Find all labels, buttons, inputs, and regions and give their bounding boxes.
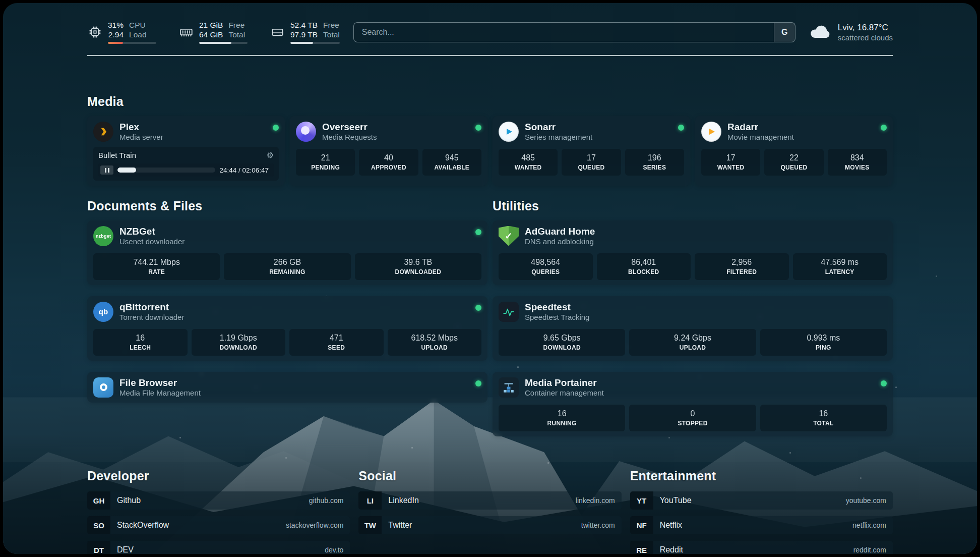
service-card-overseerr[interactable]: Overseerr Media Requests 21 PENDING 40 A… — [290, 116, 487, 186]
stat-approved: 40 APPROVED — [359, 149, 418, 176]
disk-bar-fill — [290, 42, 313, 44]
stat-total: 16 TOTAL — [760, 405, 887, 431]
disk-widget: 52.4 TB 97.9 TB Free Total — [270, 20, 340, 44]
status-dot — [678, 125, 684, 131]
stat-upload: 618.52 Mbps UPLOAD — [388, 329, 482, 356]
bookmark-url: dev.to — [325, 546, 350, 554]
bookmark-abbr: TW — [358, 516, 382, 534]
memory-widget: 21 GiB 64 GiB Free Total — [178, 20, 248, 44]
service-name: Media Portainer — [525, 377, 875, 388]
overseerr-icon — [296, 122, 316, 142]
playback-progress-bar[interactable] — [117, 168, 215, 173]
stat-filtered: 2,956 FILTERED — [695, 253, 789, 280]
service-card-adguard[interactable]: ✓ AdGuard Home DNS and adblocking 498,56… — [493, 220, 893, 285]
filebrowser-icon — [93, 377, 113, 398]
entertainment-heading: Entertainment — [630, 469, 893, 483]
section-entertainment: Entertainment YT YouTube youtube.com NF … — [630, 469, 893, 554]
bookmark-twitter[interactable]: TW Twitter twitter.com — [358, 516, 621, 534]
section-media: Media Plex Media server — [87, 94, 893, 186]
bookmark-url: twitter.com — [581, 521, 622, 529]
bookmark-url: reddit.com — [853, 546, 893, 554]
service-name: Overseerr — [322, 121, 469, 133]
disk-total: 97.9 TB — [290, 30, 318, 39]
weather-location: Lviv, 16.87°C — [838, 22, 893, 33]
disk-values: 52.4 TB 97.9 TB — [290, 20, 318, 39]
disk-labels: Free Total — [323, 20, 340, 39]
stat-download: 1.19 Gbps DOWNLOAD — [192, 329, 286, 356]
memory-icon — [178, 25, 194, 39]
disk-label-bottom: Total — [323, 30, 340, 39]
social-heading: Social — [358, 469, 621, 483]
bookmark-label: Reddit — [653, 545, 683, 554]
bookmark-abbr: RE — [630, 541, 653, 554]
stat-leech: 16 LEECH — [93, 329, 188, 356]
memory-labels: Free Total — [228, 20, 245, 39]
section-social: Social LI LinkedIn linkedin.com TW Twitt… — [358, 469, 621, 554]
section-utilities: Utilities ✓ AdGuard Home DNS and adblock… — [493, 199, 893, 436]
cpu-load: 2.94 — [108, 30, 124, 39]
bookmark-dev[interactable]: DT DEV dev.to — [87, 541, 350, 554]
stat-queued: 22 QUEUED — [764, 149, 823, 176]
status-dot — [475, 305, 481, 311]
weather-widget: Lviv, 16.87°C scattered clouds — [809, 22, 893, 42]
cpu-bar — [108, 42, 156, 44]
stat-rate: 744.21 Mbps RATE — [93, 253, 220, 280]
bookmark-abbr: DT — [87, 541, 110, 554]
dashboard-screen: 31% 2.94 CPU Load — [3, 3, 977, 554]
stat-movies: 834 MOVIES — [828, 149, 887, 176]
service-description: Media File Management — [119, 388, 469, 398]
disk-free: 52.4 TB — [290, 20, 318, 30]
cpu-bar-fill — [108, 42, 123, 44]
stat-queries: 498,564 QUERIES — [499, 253, 593, 280]
stat-remaining: 266 GB REMAINING — [224, 253, 350, 280]
service-description: Container management — [525, 388, 875, 398]
service-description: DNS and adblocking — [525, 237, 887, 246]
resource-widgets: 31% 2.94 CPU Load — [87, 20, 340, 44]
service-card-filebrowser[interactable]: File Browser Media File Management — [87, 372, 487, 403]
service-card-speedtest[interactable]: Speedtest Speedtest Tracking 9.65 Gbps D… — [493, 296, 893, 361]
service-name: AdGuard Home — [525, 226, 887, 237]
bookmark-abbr: NF — [630, 516, 653, 534]
bookmark-github[interactable]: GH Github github.com — [87, 491, 350, 510]
search-provider-button[interactable]: G — [774, 23, 795, 42]
service-description: Speedtest Tracking — [525, 313, 887, 322]
service-card-radarr[interactable]: Radarr Movie management 17 WANTED 22 QUE… — [695, 116, 893, 186]
memory-total: 64 GiB — [199, 30, 223, 39]
service-card-portainer[interactable]: Media Portainer Container management 16 … — [493, 372, 893, 436]
bookmark-url: youtube.com — [846, 496, 893, 505]
section-documents: Documents & Files nzbget NZBGet Usenet d… — [87, 199, 487, 403]
disk-bar — [290, 42, 340, 44]
cpu-labels: CPU Load — [129, 20, 146, 39]
memory-label-bottom: Total — [228, 30, 245, 39]
service-card-plex[interactable]: Plex Media server Bullet Train ⚙ — [87, 116, 285, 186]
cpu-values: 31% 2.94 — [108, 20, 124, 39]
pause-button[interactable] — [100, 165, 113, 175]
service-card-sonarr[interactable]: Sonarr Series management 485 WANTED 17 Q… — [493, 116, 690, 186]
documents-heading: Documents & Files — [87, 199, 487, 213]
gear-icon[interactable]: ⚙ — [267, 151, 274, 159]
service-card-qbittorrent[interactable]: qb qBittorrent Torrent downloader 16 LEE… — [87, 296, 487, 361]
service-description: Series management — [525, 133, 672, 142]
stat-blocked: 86,401 BLOCKED — [597, 253, 691, 280]
cpu-widget: 31% 2.94 CPU Load — [87, 20, 156, 44]
bookmark-linkedin[interactable]: LI LinkedIn linkedin.com — [358, 491, 621, 510]
media-heading: Media — [87, 94, 893, 109]
service-description: Media server — [119, 133, 267, 142]
bookmark-label: DEV — [110, 545, 134, 554]
bookmark-url: linkedin.com — [576, 496, 622, 505]
bookmark-youtube[interactable]: YT YouTube youtube.com — [630, 491, 893, 510]
bookmark-reddit[interactable]: RE Reddit reddit.com — [630, 541, 893, 554]
service-name: NZBGet — [119, 226, 469, 237]
status-dot — [881, 380, 887, 386]
qbittorrent-icon: qb — [93, 302, 113, 322]
service-card-nzbget[interactable]: nzbget NZBGet Usenet downloader 744.21 M… — [87, 220, 487, 285]
search-input[interactable] — [354, 23, 774, 42]
disk-label-top: Free — [323, 20, 340, 30]
stat-latency: 47.569 ms LATENCY — [793, 253, 887, 280]
bookmark-abbr: GH — [87, 491, 110, 510]
bookmark-netflix[interactable]: NF Netflix netflix.com — [630, 516, 893, 534]
stat-wanted: 17 WANTED — [701, 149, 760, 176]
bookmark-stackoverflow[interactable]: SO StackOverflow stackoverflow.com — [87, 516, 350, 534]
service-description: Torrent downloader — [119, 313, 469, 322]
sonarr-icon — [499, 122, 519, 142]
